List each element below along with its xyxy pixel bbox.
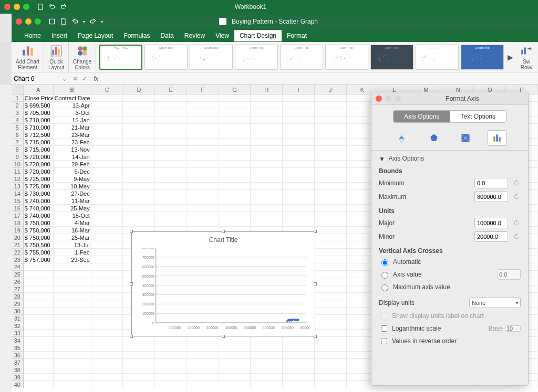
cell[interactable]: [91, 124, 123, 131]
row-header[interactable]: 38: [12, 366, 24, 374]
cell[interactable]: [315, 175, 347, 183]
cell[interactable]: [123, 219, 155, 227]
cell[interactable]: 10-May: [54, 183, 91, 190]
row-header[interactable]: 6: [12, 131, 24, 139]
row-header[interactable]: 32: [12, 322, 24, 330]
cell[interactable]: [315, 352, 347, 359]
cell[interactable]: [315, 271, 347, 278]
chart-handle-s[interactable]: [222, 335, 225, 338]
cell[interactable]: [155, 190, 187, 197]
cell[interactable]: [251, 205, 283, 212]
cell[interactable]: [24, 322, 54, 330]
cell[interactable]: [315, 249, 347, 256]
cell[interactable]: [155, 381, 187, 388]
redo-icon[interactable]: [89, 18, 97, 25]
cell[interactable]: [187, 359, 219, 366]
cell[interactable]: [283, 219, 315, 227]
cell[interactable]: [315, 190, 347, 197]
row-header[interactable]: 39: [12, 374, 24, 381]
cell[interactable]: [54, 300, 91, 308]
cell[interactable]: [251, 381, 283, 388]
cell[interactable]: [187, 116, 219, 124]
col-header-c[interactable]: C: [91, 85, 123, 94]
chart-style-thumb-6[interactable]: Chart Title: [325, 45, 368, 70]
col-header-h[interactable]: H: [251, 85, 283, 94]
cell[interactable]: [315, 168, 347, 175]
cell[interactable]: [251, 344, 283, 352]
cell[interactable]: [91, 285, 123, 293]
cell[interactable]: [315, 183, 347, 190]
cell[interactable]: [54, 352, 91, 359]
tab-home[interactable]: Home: [19, 30, 46, 41]
cell[interactable]: [283, 212, 315, 219]
cell[interactable]: [219, 131, 251, 139]
cell[interactable]: [91, 366, 123, 374]
maximize-icon[interactable]: [35, 18, 41, 25]
cell[interactable]: [315, 263, 347, 271]
cell[interactable]: [155, 109, 187, 116]
chart-handle-se[interactable]: [314, 335, 317, 338]
chart-title[interactable]: Chart Title: [132, 232, 315, 248]
fill-line-icon[interactable]: [393, 130, 412, 146]
chart-handle-nw[interactable]: [130, 230, 133, 233]
col-header-f[interactable]: F: [187, 85, 219, 94]
cell[interactable]: [219, 197, 251, 205]
cell[interactable]: [283, 197, 315, 205]
units-minor-input[interactable]: [474, 231, 508, 242]
cell[interactable]: [24, 278, 54, 285]
cell[interactable]: [219, 366, 251, 374]
cell[interactable]: 23-Feb: [54, 139, 91, 146]
change-colors-group[interactable]: Change Colors: [69, 42, 96, 72]
row-header[interactable]: 27: [12, 285, 24, 293]
cell[interactable]: [315, 256, 347, 263]
cell[interactable]: [91, 374, 123, 381]
chart-style-thumb-8[interactable]: Chart Title: [416, 45, 459, 70]
panel-window-controls[interactable]: [376, 96, 401, 102]
cell[interactable]: [283, 381, 315, 388]
chart-style-thumb-1[interactable]: Chart Title: [99, 45, 142, 70]
cell[interactable]: [155, 337, 187, 344]
cell[interactable]: [187, 153, 219, 161]
cell[interactable]: 21-Mar: [54, 124, 91, 131]
cell[interactable]: [155, 102, 187, 109]
cell[interactable]: [315, 197, 347, 205]
row-header[interactable]: 10: [12, 161, 24, 168]
cell[interactable]: [251, 124, 283, 131]
crosses-axis-value-radio[interactable]: Axis value: [379, 269, 521, 280]
cell[interactable]: [123, 146, 155, 153]
cell[interactable]: [123, 205, 155, 212]
cell[interactable]: $ 740,000: [24, 197, 54, 205]
cell[interactable]: $ 705,000: [24, 109, 54, 116]
cell[interactable]: [187, 381, 219, 388]
document-window-controls[interactable]: [16, 18, 41, 25]
cell[interactable]: [54, 271, 91, 278]
cell[interactable]: [24, 263, 54, 271]
cell[interactable]: [91, 102, 123, 109]
cell[interactable]: [91, 212, 123, 219]
cell[interactable]: [123, 94, 155, 102]
cell[interactable]: [315, 344, 347, 352]
chart-style-thumb-4[interactable]: Chart Title: [235, 45, 278, 70]
cell[interactable]: [187, 109, 219, 116]
cell[interactable]: [187, 352, 219, 359]
cell[interactable]: [91, 359, 123, 366]
row-header[interactable]: 9: [12, 153, 24, 161]
cell[interactable]: Contract Date: [54, 94, 91, 102]
cell[interactable]: [187, 139, 219, 146]
cell[interactable]: 25-Mar: [54, 234, 91, 241]
row-header[interactable]: 5: [12, 124, 24, 131]
col-header-e[interactable]: E: [155, 85, 187, 94]
cell[interactable]: [123, 175, 155, 183]
cell[interactable]: [24, 300, 54, 308]
cell[interactable]: 23-Mar: [54, 131, 91, 139]
cell[interactable]: [219, 102, 251, 109]
row-header[interactable]: 18: [12, 219, 24, 227]
col-header-i[interactable]: I: [283, 85, 315, 94]
cell[interactable]: [54, 366, 91, 374]
cell[interactable]: [123, 337, 155, 344]
undo-icon[interactable]: [48, 3, 56, 10]
units-major-input[interactable]: [474, 218, 508, 228]
cell[interactable]: 13-Nov: [54, 146, 91, 153]
cell[interactable]: [155, 205, 187, 212]
cell[interactable]: [251, 359, 283, 366]
